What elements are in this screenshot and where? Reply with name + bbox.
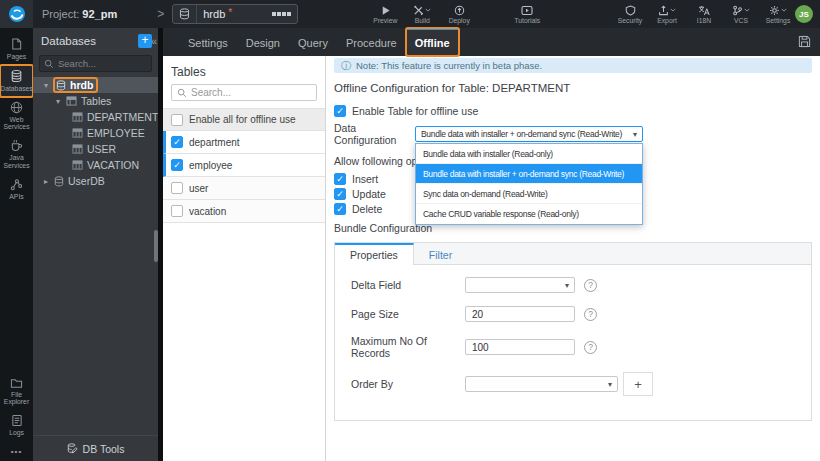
dropdown-option-selected[interactable]: Bundle data with installer + on-demand s… bbox=[416, 164, 642, 184]
delta-field-row: Delta Field ▾ ? bbox=[351, 277, 795, 293]
build-button[interactable]: Build bbox=[409, 4, 435, 24]
play-icon bbox=[380, 5, 391, 16]
tree-node-table[interactable]: DEPARTMENT bbox=[33, 109, 158, 125]
caret-right-icon[interactable]: ▸ bbox=[42, 177, 50, 186]
page-title: Offline Configuration for Table: DEPARTM… bbox=[334, 82, 812, 94]
tree-node-tables[interactable]: ▾ Tables bbox=[33, 93, 158, 109]
table-row-user[interactable]: user bbox=[163, 177, 325, 200]
action-label: Settings bbox=[766, 17, 791, 24]
caret-down-icon[interactable]: ▾ bbox=[42, 81, 50, 90]
help-icon[interactable]: ? bbox=[584, 341, 597, 354]
db-tools-button[interactable]: DB Tools bbox=[33, 435, 158, 461]
tab-filter[interactable]: Filter bbox=[414, 243, 467, 264]
sidebar-item-label: Web Services bbox=[0, 116, 33, 132]
table-row-department[interactable]: ✓ department bbox=[163, 131, 325, 154]
checkbox-checked[interactable]: ✓ bbox=[171, 159, 183, 171]
database-search-input[interactable] bbox=[58, 58, 148, 69]
data-configuration-dropdown: Bundle data with installer (Read-only) B… bbox=[415, 143, 643, 225]
operation-label: Delete bbox=[352, 203, 382, 215]
sidebar-item-pages[interactable]: Pages bbox=[0, 33, 33, 65]
dropdown-option[interactable]: Bundle data with installer (Read-only) bbox=[416, 144, 642, 164]
max-records-input[interactable] bbox=[465, 339, 575, 355]
user-avatar[interactable]: JS bbox=[795, 5, 813, 23]
deploy-cloud-icon bbox=[454, 5, 465, 16]
database-icon bbox=[54, 176, 64, 187]
security-button[interactable]: Security bbox=[617, 4, 643, 24]
checkbox-unchecked[interactable] bbox=[171, 182, 183, 194]
settings-button[interactable]: Settings bbox=[765, 4, 791, 24]
help-icon[interactable]: ? bbox=[584, 308, 597, 321]
selected-value: Bundle data with installer + on-demand s… bbox=[421, 129, 629, 139]
database-search[interactable] bbox=[39, 55, 152, 72]
caret-down-icon[interactable]: ▾ bbox=[54, 97, 62, 106]
check-icon: ✓ bbox=[173, 137, 181, 147]
chevron-down-icon bbox=[781, 8, 787, 12]
checkbox-unchecked[interactable] bbox=[171, 114, 183, 126]
add-database-button[interactable]: + bbox=[138, 34, 152, 48]
table-row-vacation[interactable]: vacation bbox=[163, 200, 325, 223]
dropdown-option[interactable]: Cache CRUD variable response (Read-only) bbox=[416, 204, 642, 224]
checkbox-unchecked[interactable] bbox=[171, 205, 183, 217]
max-records-row: Maximum No Of Records ? bbox=[351, 335, 795, 359]
more-options-button[interactable]: ••• bbox=[11, 441, 22, 461]
deploy-button[interactable]: Deploy bbox=[446, 4, 472, 24]
sidebar-item-web-services[interactable]: Web Services bbox=[0, 97, 33, 136]
bundle-tab-bar: Properties Filter bbox=[335, 243, 811, 265]
tree-node-table[interactable]: VACATION bbox=[33, 157, 158, 173]
sidebar-item-file-explorer[interactable]: File Explorer bbox=[0, 373, 33, 411]
export-icon bbox=[658, 5, 669, 16]
checkbox-checked[interactable]: ✓ bbox=[334, 105, 346, 117]
data-configuration-select[interactable]: Bundle data with installer + on-demand s… bbox=[415, 126, 643, 142]
i18n-button[interactable]: I18N bbox=[691, 4, 717, 24]
delta-field-select[interactable]: ▾ bbox=[465, 277, 575, 293]
sidebar-item-databases[interactable]: Databases bbox=[0, 65, 33, 97]
tree-node-label: DEPARTMENT bbox=[87, 111, 158, 123]
chevron-down-icon bbox=[425, 8, 431, 12]
tables-search[interactable] bbox=[171, 84, 317, 101]
tree-node-userdb[interactable]: ▸ UserDB bbox=[33, 173, 158, 189]
sidebar-item-label: Java Services bbox=[0, 154, 33, 170]
tab-design[interactable]: Design bbox=[237, 28, 289, 56]
checkbox-checked[interactable]: ✓ bbox=[334, 173, 346, 185]
app-logo[interactable] bbox=[0, 0, 33, 28]
tables-folder-icon bbox=[66, 96, 77, 106]
checkbox-checked[interactable]: ✓ bbox=[334, 203, 346, 215]
check-icon: ✓ bbox=[336, 204, 344, 214]
panel-divider: « bbox=[158, 28, 163, 461]
sidebar-item-apis[interactable]: APIs bbox=[0, 174, 33, 205]
save-icon[interactable] bbox=[798, 35, 811, 48]
add-order-by-button[interactable]: + bbox=[623, 372, 653, 396]
tree-node-label: UserDB bbox=[68, 175, 105, 187]
sidebar-item-logs[interactable]: Logs bbox=[0, 410, 33, 441]
document-name: hrdb bbox=[203, 8, 225, 20]
beta-note-banner: ⓘ Note: This feature is currently in bet… bbox=[334, 58, 812, 73]
help-icon[interactable]: ? bbox=[584, 279, 597, 292]
info-icon: ⓘ bbox=[341, 59, 351, 73]
tree-node-table[interactable]: EMPLOYEE bbox=[33, 125, 158, 141]
open-document-tab[interactable]: hrdb * bbox=[172, 4, 298, 24]
action-label: Security bbox=[618, 17, 643, 24]
tables-search-input[interactable] bbox=[191, 87, 306, 98]
tab-query[interactable]: Query bbox=[289, 28, 337, 56]
tab-offline[interactable]: Offline bbox=[406, 28, 459, 56]
export-button[interactable]: Export bbox=[654, 4, 680, 24]
tab-properties[interactable]: Properties bbox=[335, 243, 414, 265]
collapse-panel-icon[interactable]: « bbox=[151, 35, 157, 47]
order-by-select[interactable]: ▾ bbox=[465, 376, 618, 392]
sidebar-item-java-services[interactable]: Java Services bbox=[0, 135, 33, 174]
tab-procedure[interactable]: Procedure bbox=[337, 28, 406, 56]
preview-button[interactable]: Preview bbox=[372, 4, 398, 24]
tree-node-hrdb[interactable]: ▾ hrdb bbox=[33, 77, 158, 93]
table-row-employee[interactable]: ✓ employee bbox=[163, 154, 325, 177]
checkbox-checked[interactable]: ✓ bbox=[334, 188, 346, 200]
tab-settings[interactable]: Settings bbox=[179, 28, 237, 56]
grid-view-icon[interactable] bbox=[272, 12, 291, 16]
dropdown-option[interactable]: Sync data on-demand (Read-Write) bbox=[416, 184, 642, 204]
vcs-button[interactable]: VCS bbox=[728, 4, 754, 24]
tutorials-button[interactable]: Tutorials bbox=[514, 4, 540, 24]
enable-table-row[interactable]: ✓ Enable Table for offline use bbox=[334, 105, 812, 117]
tree-node-table[interactable]: USER bbox=[33, 141, 158, 157]
page-size-input[interactable] bbox=[465, 306, 575, 322]
enable-all-row[interactable]: Enable all for offline use bbox=[163, 108, 325, 131]
checkbox-checked[interactable]: ✓ bbox=[171, 136, 183, 148]
